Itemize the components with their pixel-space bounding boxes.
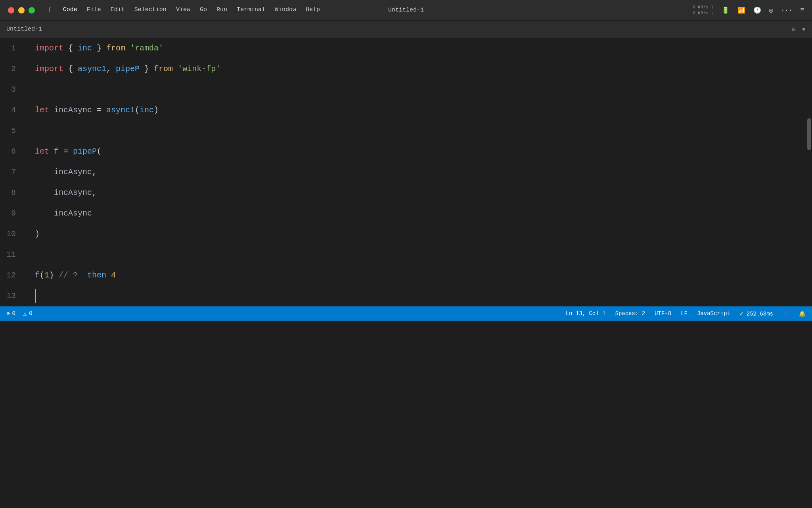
keyword-from-1: from (106, 38, 125, 59)
tab-title[interactable]: Untitled-1 (6, 26, 42, 33)
line-num-4: 4 (0, 100, 22, 121)
line-num-10: 10 (0, 224, 22, 244)
more-icon[interactable]: ··· (781, 7, 793, 14)
more-options-icon[interactable]: ● (802, 26, 806, 33)
identifier-pipep: pipeP (116, 59, 140, 79)
code-line-12: f ( 1 ) // ? then 4 (35, 265, 812, 286)
status-encoding[interactable]: UTF-8 (655, 310, 671, 317)
status-bar: ⊗ 0 △ 0 Ln 13, Col 1 Spaces: 2 UTF-8 LF … (0, 306, 812, 321)
menu-bar:  Code File Edit Selection View Go Run T… (49, 6, 320, 14)
traffic-lights (8, 7, 35, 13)
menu-selection[interactable]: Selection (134, 6, 167, 14)
menu-code[interactable]: Code (63, 6, 77, 14)
line-num-1: 1 (0, 38, 22, 59)
maximize-button[interactable] (29, 7, 35, 13)
string-ramda: 'ramda' (130, 38, 163, 59)
editor-gutter: 1 2 3 4 5 6 7 8 9 10 11 12 13 (0, 38, 32, 306)
cursor (35, 289, 36, 303)
result-4: 4 (106, 265, 116, 286)
code-line-10: ) (35, 224, 812, 244)
code-line-1: import { inc } from 'ramda' (35, 38, 812, 59)
line-num-13: 13 (0, 286, 22, 306)
arg-inc: inc (140, 100, 154, 121)
code-editor[interactable]: import { inc } from 'ramda' import { asy… (32, 38, 812, 306)
status-errors[interactable]: ⊗ 0 (6, 310, 15, 317)
code-line-2: import { async1 , pipeP } from 'wink-fp' (35, 59, 812, 79)
tab-actions: ⊞ ● (792, 25, 806, 33)
keyword-let-4: let (35, 100, 49, 121)
line-numbers: 1 2 3 4 5 6 7 8 9 10 11 12 13 (0, 38, 32, 306)
line-num-8: 8 (0, 183, 22, 203)
line-num-7: 7 (0, 162, 22, 183)
menu-file[interactable]: File (87, 6, 101, 14)
battery-icon: 🔋 (722, 6, 730, 14)
tab-bar: Untitled-1 ⊞ ● (0, 21, 812, 38)
status-spaces[interactable]: Spaces: 2 (615, 310, 645, 317)
scrollbar-thumb[interactable] (807, 118, 811, 150)
line-num-3: 3 (0, 79, 22, 100)
line-num-12: 12 (0, 265, 22, 286)
titlebar-left:  Code File Edit Selection View Go Run T… (0, 6, 406, 14)
comment-slash: // ? (59, 265, 82, 286)
status-warnings[interactable]: △ 0 (23, 310, 33, 317)
status-left: ⊗ 0 △ 0 (6, 310, 33, 317)
wifi-icon: 📶 (737, 6, 745, 14)
status-right: Ln 13, Col 1 Spaces: 2 UTF-8 LF JavaScri… (566, 310, 806, 317)
apple-menu[interactable]:  (49, 6, 54, 14)
menu-window[interactable]: Window (275, 6, 296, 14)
status-timing: ✓ 252.68ms (740, 310, 773, 317)
titlebar-right: 0 KB/s ↑ 0 KB/s ↓ 🔋 📶 🕐 ◎ ··· ≡ (406, 4, 812, 16)
close-button[interactable] (8, 7, 14, 13)
status-person-icon[interactable]: 👤 (783, 310, 789, 317)
code-line-7: incAsync , (35, 162, 812, 183)
keyword-from-2: from (154, 59, 173, 79)
menu-go[interactable]: Go (200, 6, 207, 14)
menu-run[interactable]: Run (216, 6, 227, 14)
menu-edit[interactable]: Edit (111, 6, 125, 14)
menu-help[interactable]: Help (306, 6, 320, 14)
code-line-5 (35, 121, 812, 141)
code-line-3 (35, 79, 812, 100)
list-icon[interactable]: ≡ (800, 7, 804, 14)
fn-async1: async1 (106, 100, 135, 121)
status-line-ending[interactable]: LF (681, 310, 688, 317)
line-num-5: 5 (0, 121, 22, 141)
arg-incasync-9: incAsync (54, 203, 92, 224)
titlebar:  Code File Edit Selection View Go Run T… (0, 0, 812, 21)
menu-view[interactable]: View (176, 6, 190, 14)
fn-pipep: pipeP (73, 141, 97, 162)
network-info: 0 KB/s ↑ 0 KB/s ↓ (693, 4, 714, 16)
editor-area: 1 2 3 4 5 6 7 8 9 10 11 12 13 (0, 38, 812, 306)
line-num-6: 6 (0, 141, 22, 162)
menu-terminal[interactable]: Terminal (237, 6, 265, 14)
identifier-async1: async1 (78, 59, 106, 79)
code-line-13 (35, 286, 812, 306)
code-line-6: let f = pipeP ( (35, 141, 812, 162)
line-num-2: 2 (0, 59, 22, 79)
line-num-11: 11 (0, 244, 22, 265)
code-line-11 (35, 244, 812, 265)
arg-1: 1 (44, 265, 49, 286)
keyword-let-6: let (35, 141, 49, 162)
split-editor-icon[interactable]: ⊞ (792, 25, 796, 33)
var-f: f (54, 141, 59, 162)
status-language[interactable]: JavaScript (697, 310, 730, 317)
error-icon: ⊗ (6, 310, 10, 317)
status-position[interactable]: Ln 13, Col 1 (566, 310, 606, 317)
arg-incasync-7: incAsync (54, 162, 92, 183)
spotlight-icon[interactable]: ◎ (769, 6, 773, 14)
keyword-import-1: import (35, 38, 63, 59)
clock-icon: 🕐 (753, 6, 761, 14)
string-wink-fp: 'wink-fp' (178, 59, 220, 79)
var-incasync: incAsync (54, 100, 92, 121)
line-num-9: 9 (0, 203, 22, 224)
status-notification-icon[interactable]: 🔔 (799, 310, 806, 317)
window-title: Untitled-1 (388, 7, 424, 13)
keyword-then: then (82, 265, 106, 286)
code-line-9: incAsync (35, 203, 812, 224)
identifier-inc: inc (78, 38, 92, 59)
minimize-button[interactable] (18, 7, 25, 13)
warning-icon: △ (23, 310, 27, 317)
code-line-8: incAsync , (35, 183, 812, 203)
scrollbar-track[interactable] (806, 38, 812, 306)
